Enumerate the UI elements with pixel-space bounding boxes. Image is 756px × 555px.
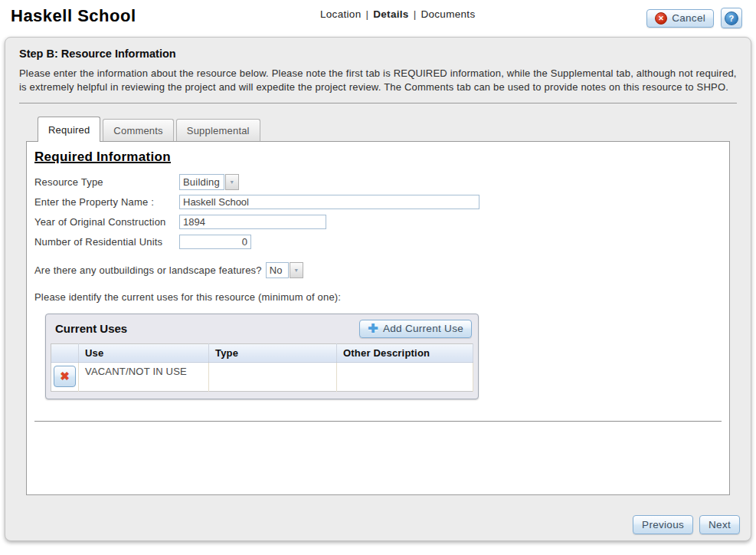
header-buttons: ✕ Cancel ? <box>646 8 742 28</box>
current-uses-table: Use Type Other Description ✖ VACANT/NOT … <box>51 343 473 392</box>
cell-use: VACANT/NOT IN USE <box>79 362 209 391</box>
cancel-button[interactable]: ✕ Cancel <box>646 9 714 28</box>
plus-icon: ✚ <box>368 323 378 335</box>
tab-comments[interactable]: Comments <box>103 119 173 141</box>
resource-type-value: Building <box>179 174 224 190</box>
page-title: Haskell School <box>11 6 136 26</box>
nav-location[interactable]: Location <box>320 8 361 20</box>
current-uses-prompt: Please identify the current uses for thi… <box>34 291 722 303</box>
current-uses-panel: Current Uses ✚ Add Current Use Use Type … <box>45 314 479 399</box>
resource-type-row: Resource Type Building ▼ <box>34 172 722 192</box>
nav-separator: | <box>414 8 417 20</box>
column-header-other: Other Description <box>337 343 473 362</box>
units-input[interactable] <box>179 235 251 249</box>
cancel-icon: ✕ <box>655 12 667 25</box>
tab-required[interactable]: Required <box>38 117 100 142</box>
units-row: Number of Residential Units <box>34 232 722 252</box>
header-divider <box>19 103 737 103</box>
outbuildings-value: No <box>266 262 289 278</box>
outbuildings-row: Are there any outbuildings or landscape … <box>34 262 722 278</box>
table-row: ✖ VACANT/NOT IN USE <box>51 362 473 391</box>
resource-type-select[interactable]: Building ▼ <box>179 174 239 190</box>
step-instructions: Please enter the information about the r… <box>19 67 737 95</box>
footer-buttons: Previous Next <box>633 515 740 534</box>
column-header-type: Type <box>209 343 337 362</box>
property-name-input[interactable] <box>179 195 479 209</box>
wizard-panel: Step B: Resource Information Please ente… <box>5 37 751 541</box>
cancel-button-label: Cancel <box>672 12 705 24</box>
table-header-row: Use Type Other Description <box>51 343 473 362</box>
year-input[interactable] <box>179 215 326 229</box>
tab-supplemental[interactable]: Supplemental <box>176 119 260 141</box>
current-uses-heading: Current Uses <box>55 322 127 335</box>
current-uses-header: Current Uses ✚ Add Current Use <box>51 320 473 338</box>
tab-bar: Required Comments Supplemental <box>38 117 741 141</box>
cell-type <box>209 362 337 391</box>
tab-content: Required Information Resource Type Build… <box>26 141 730 495</box>
help-button[interactable]: ? <box>721 8 742 28</box>
next-button[interactable]: Next <box>699 515 740 534</box>
year-row: Year of Original Construction <box>34 212 722 232</box>
cell-other <box>337 362 473 391</box>
property-name-row: Enter the Property Name : <box>34 192 722 212</box>
app-header: Haskell School Location|Details|Document… <box>0 0 756 37</box>
nav-separator: | <box>365 8 368 20</box>
delete-icon: ✖ <box>60 370 70 382</box>
property-name-label: Enter the Property Name : <box>34 196 179 208</box>
delete-column-header <box>51 343 79 362</box>
previous-button[interactable]: Previous <box>633 515 693 534</box>
resource-type-label: Resource Type <box>34 176 179 188</box>
content-divider <box>34 421 722 422</box>
help-icon: ? <box>725 11 738 25</box>
delete-row-button[interactable]: ✖ <box>54 366 76 387</box>
outbuildings-select[interactable]: No ▼ <box>266 262 303 278</box>
nav-details[interactable]: Details <box>373 8 408 20</box>
column-header-use: Use <box>79 343 209 362</box>
step-heading: Step B: Resource Information <box>19 48 741 60</box>
outbuildings-label: Are there any outbuildings or landscape … <box>34 264 262 276</box>
delete-cell: ✖ <box>51 362 79 391</box>
chevron-down-icon[interactable]: ▼ <box>290 262 303 278</box>
units-label: Number of Residential Units <box>34 236 179 248</box>
year-label: Year of Original Construction <box>34 216 179 228</box>
add-current-use-button[interactable]: ✚ Add Current Use <box>359 320 472 338</box>
add-current-use-label: Add Current Use <box>383 323 463 334</box>
breadcrumb-nav: Location|Details|Documents <box>320 8 475 20</box>
chevron-down-icon[interactable]: ▼ <box>225 174 239 190</box>
section-heading: Required Information <box>34 149 722 165</box>
nav-documents[interactable]: Documents <box>421 8 475 20</box>
